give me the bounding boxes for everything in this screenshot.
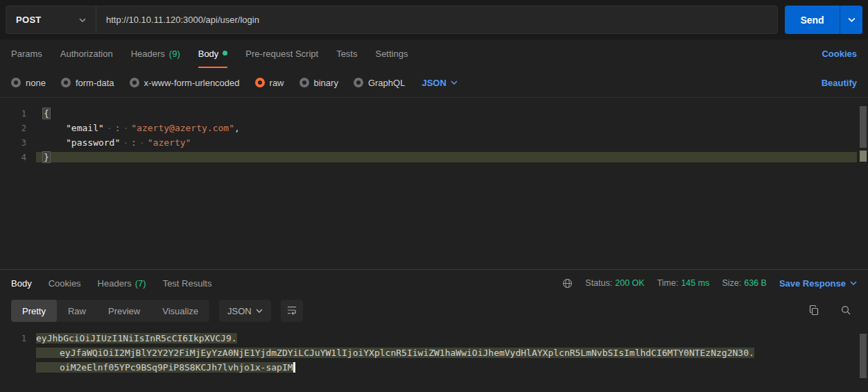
body-language-dropdown[interactable]: JSON: [422, 78, 457, 88]
time-value: 145 ms: [681, 278, 709, 288]
method-dropdown[interactable]: POST: [6, 6, 96, 33]
line-number: 1: [0, 109, 36, 119]
editor-line-current: 4 }: [0, 150, 868, 164]
tab-label: Cookies: [49, 278, 81, 289]
mode-graphql[interactable]: GraphQL: [354, 78, 405, 88]
mode-binary[interactable]: binary: [300, 78, 338, 88]
copy-response-button[interactable]: [803, 300, 825, 322]
radio-icon: [61, 78, 71, 87]
response-body[interactable]: 1 eyJhbGciOiJIUzI1NiIsInR5cCI6IkpXVCJ9. …: [0, 330, 868, 392]
tab-label: Pre-request Script: [245, 49, 318, 59]
send-group: Send: [785, 6, 862, 34]
mode-label: none: [26, 78, 46, 88]
text-cursor: [293, 362, 295, 373]
response-tab-cookies[interactable]: Cookies: [49, 278, 81, 289]
search-response-button[interactable]: [835, 300, 857, 322]
view-tab-pretty[interactable]: Pretty: [11, 300, 57, 322]
tab-authorization[interactable]: Authorization: [60, 40, 113, 68]
response-view-switcher: Pretty Raw Preview Visualize: [11, 300, 209, 322]
response-header: Body Cookies Headers(7) Test Results Sta…: [0, 270, 868, 296]
response-meta: Status:200 OK Time:145 ms Size:636 B Sav…: [562, 278, 857, 289]
line-number: 2: [0, 123, 36, 133]
language-label: JSON: [227, 306, 252, 316]
open-brace: {: [43, 108, 50, 119]
mode-x-www-form-urlencoded[interactable]: x-www-form-urlencoded: [130, 78, 240, 88]
tab-label: Settings: [375, 49, 408, 59]
copy-icon: [808, 305, 819, 318]
postman-window: POST Send Params Authorization Headers(9…: [0, 0, 868, 392]
tab-label: Headers: [131, 49, 165, 59]
response-toolbar: Pretty Raw Preview Visualize JSON: [11, 299, 857, 323]
json-value: "azerty": [148, 137, 191, 148]
beautify-link[interactable]: Beautify: [822, 78, 857, 88]
tab-label: Tests: [336, 49, 357, 59]
tab-label: Body: [198, 49, 219, 59]
language-label: JSON: [422, 78, 446, 88]
response-line: 1 eyJhbGciOiJIUzI1NiIsInR5cCI6IkpXVCJ9.: [0, 331, 868, 346]
tab-label: Body: [11, 278, 32, 289]
tab-params[interactable]: Params: [11, 40, 42, 68]
chevron-down-icon: [451, 80, 458, 85]
search-icon: [840, 305, 851, 318]
chevron-down-icon: [850, 281, 857, 285]
json-colon: :: [104, 123, 131, 133]
editor-scrollbar[interactable]: [860, 106, 867, 148]
send-button[interactable]: Send: [785, 6, 840, 34]
radio-icon: [130, 78, 139, 87]
response-section: Body Cookies Headers(7) Test Results Sta…: [0, 269, 868, 392]
mode-raw[interactable]: raw: [255, 78, 284, 88]
response-language-dropdown[interactable]: JSON: [219, 300, 271, 322]
view-tab-visualize[interactable]: Visualize: [151, 300, 209, 322]
tab-label: Test Results: [163, 278, 212, 289]
save-response-button[interactable]: Save Response: [779, 278, 857, 289]
radio-selected-icon: [255, 78, 265, 87]
tab-headers[interactable]: Headers(9): [131, 40, 180, 68]
url-input[interactable]: [96, 6, 777, 33]
editor-overview-marker: [860, 151, 867, 162]
request-url-bar: POST Send: [0, 0, 868, 40]
response-line: oiM2eElnf05YPc9BSq9PiP8S8KCJh7lvhjo1x-sa…: [0, 360, 868, 375]
cookies-link[interactable]: Cookies: [822, 49, 857, 59]
mode-form-data[interactable]: form-data: [61, 78, 114, 88]
time-badge: Time:145 ms: [657, 278, 710, 288]
json-key: "email": [66, 123, 104, 133]
tab-label: Authorization: [60, 49, 113, 59]
response-tab-headers[interactable]: Headers(7): [98, 278, 146, 289]
send-options-button[interactable]: [840, 6, 862, 34]
size-label: Size:: [722, 278, 741, 288]
jwt-token-part: oiM2eElnf05YPc9BSq9PiP8S8KCJh7lvhjo1x-sa…: [36, 362, 293, 373]
url-group: POST: [6, 6, 778, 34]
view-tab-preview[interactable]: Preview: [97, 300, 151, 322]
json-key: "password": [66, 137, 120, 148]
mode-label: raw: [270, 78, 284, 88]
chevron-down-icon: [256, 309, 263, 313]
status-label: Status:: [585, 278, 612, 288]
jwt-token-part: eyJhbGciOiJIUzI1NiIsInR5cCI6IkpXVCJ9.: [36, 333, 237, 343]
json-colon: :: [120, 137, 147, 148]
response-tab-body[interactable]: Body: [11, 278, 32, 289]
tab-pre-request-script[interactable]: Pre-request Script: [245, 40, 318, 68]
wrap-text-button[interactable]: [281, 300, 303, 322]
save-response-label: Save Response: [779, 278, 846, 289]
chevron-down-icon: [79, 18, 86, 22]
response-tab-test-results[interactable]: Test Results: [163, 278, 212, 289]
editor-line: 3 "password":"azerty": [0, 135, 868, 150]
view-tab-raw[interactable]: Raw: [57, 300, 97, 322]
close-brace: }: [43, 152, 50, 162]
tab-label: Params: [11, 49, 42, 59]
network-globe-icon[interactable]: [562, 278, 573, 289]
line-number: 3: [0, 138, 36, 148]
tab-body[interactable]: Body: [198, 40, 228, 68]
json-value: "azerty@azerty.com": [131, 123, 234, 133]
tab-tests[interactable]: Tests: [336, 40, 357, 68]
jwt-token-part: eyJfaWQiOiI2MjBlY2Y2Y2FiMjEyYzA0NjE1Yjdm…: [36, 348, 754, 358]
headers-count: (7): [135, 278, 146, 289]
radio-icon: [300, 78, 309, 87]
size-value: 636 B: [744, 278, 767, 288]
mode-none[interactable]: none: [11, 78, 46, 88]
response-scrollbar[interactable]: [860, 334, 867, 378]
request-body-editor[interactable]: 1 { 2 "email":"azerty@azerty.com", 3 "pa…: [0, 97, 868, 269]
request-tabs: Params Authorization Headers(9) Body Pre…: [0, 40, 868, 68]
editor-line: 1 {: [0, 106, 868, 121]
tab-settings[interactable]: Settings: [375, 40, 408, 68]
